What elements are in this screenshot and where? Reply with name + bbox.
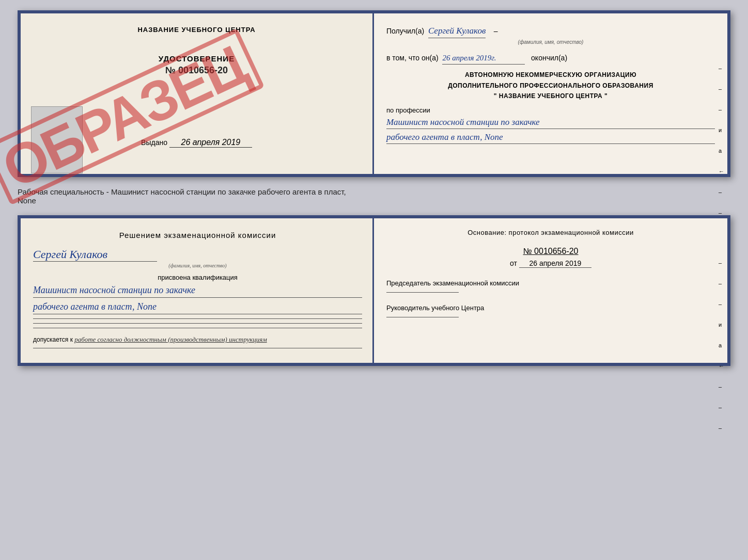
name-row: Сергей Кулаков (фамилия, имя, отчество) [33,248,362,268]
in-that-label: в том, что он(а) [386,54,439,62]
bottom-profession-line2: рабочего агента в пласт, None [33,300,362,314]
chairman-sig-line [386,292,459,293]
date-value: 26 апреля 2019г. [442,52,525,65]
protocol-date: 26 апреля 2019 [519,259,591,268]
photo-placeholder [31,106,83,173]
issued-date: 26 апреля 2019 [169,138,252,148]
in-that-row: в том, что он(а) 26 апреля 2019г. окончи… [386,52,715,65]
org-line2: ДОПОЛНИТЕЛЬНОГО ПРОФЕССИОНАЛЬНОГО ОБРАЗО… [386,81,715,91]
chairman-section: Председатель экзаменационной комиссии [386,278,715,293]
bottom-right-side-marks: – – – и а ← – – – [719,260,724,431]
cert-number: № 0010656-20 [31,65,362,76]
director-section: Руководитель учебного Центра [386,303,715,317]
top-left-panel: НАЗВАНИЕ УЧЕБНОГО ЦЕНТРА ОБРАЗЕЦ УДОСТОВ… [21,13,374,174]
middle-text-line2: None [18,196,36,205]
profession-label: по профессии [386,106,430,114]
cert-label: УДОСТОВЕРЕНИЕ [31,54,362,63]
director-sig-line [386,317,459,317]
received-label: Получил(а) [386,27,424,35]
org-line3: " НАЗВАНИЕ УЧЕБНОГО ЦЕНТРА " [386,91,715,101]
cert-block: УДОСТОВЕРЕНИЕ № 0010656-20 [31,54,362,76]
protocol-number: № 0010656-20 [386,247,715,256]
bottom-document: Решением экзаменационной комиссии Сергей… [18,215,730,366]
finished-label: окончил(а) [531,54,567,62]
top-right-panel: Получил(а) Сергей Кулаков – (фамилия, им… [374,13,727,174]
middle-text-line1: Рабочая специальность - Машинист насосно… [18,187,346,196]
date-prefix: от [510,259,517,267]
date-row: от 26 апреля 2019 [386,259,715,268]
top-left-title: НАЗВАНИЕ УЧЕБНОГО ЦЕНТРА [31,26,362,34]
top-document: НАЗВАНИЕ УЧЕБНОГО ЦЕНТРА ОБРАЗЕЦ УДОСТОВ… [18,10,730,177]
chairman-label: Председатель экзаменационной комиссии [386,278,715,289]
commission-title: Решением экзаменационной комиссии [33,231,362,239]
org-line1: АВТОНОМНУЮ НЕКОММЕРЧЕСКУЮ ОРГАНИЗАЦИЮ [386,70,715,80]
fio-sublabel: (фамилия, имя, отчество) [386,38,715,46]
profession-line2: рабочего агента в пласт, None [386,131,715,144]
separator3 [33,328,362,328]
fio-label-bottom: (фамилия, имя, отчество) [33,263,362,268]
director-label: Руководитель учебного Центра [386,303,715,314]
assigned-label: присвоена квалификация [33,274,362,281]
bottom-right-panel: Основание: протокол экзаменационной коми… [374,218,727,363]
issued-label: Выдано [141,138,167,147]
bottom-profession-line1: Машинист насосной станции по закачке [33,283,362,298]
bottom-left-panel: Решением экзаменационной комиссии Сергей… [21,218,374,363]
profession-block: по профессии Машинист насосной станции п… [386,106,715,144]
separator2 [33,323,362,324]
separator4 [33,348,362,348]
middle-text-block: Рабочая специальность - Машинист насосно… [18,185,730,207]
right-side-marks: – – – и а ← – – – [719,65,724,236]
dopusk-text: работе согласно должностным (производств… [74,335,267,343]
dopusk-label-text: допускается к [33,336,73,343]
dopusk-row: допускается к работе согласно должностны… [33,335,362,344]
received-name: Сергей Кулаков [428,24,486,38]
separator1 [33,318,362,319]
profession-line1: Машинист насосной станции по закачке [386,116,715,129]
org-block: АВТОНОМНУЮ НЕКОММЕРЧЕСКУЮ ОРГАНИЗАЦИЮ ДО… [386,70,715,101]
osnov-label: Основание: протокол экзаменационной коми… [386,229,715,236]
name-handwritten: Сергей Кулаков [33,248,157,262]
received-row: Получил(а) Сергей Кулаков – (фамилия, им… [386,24,715,46]
